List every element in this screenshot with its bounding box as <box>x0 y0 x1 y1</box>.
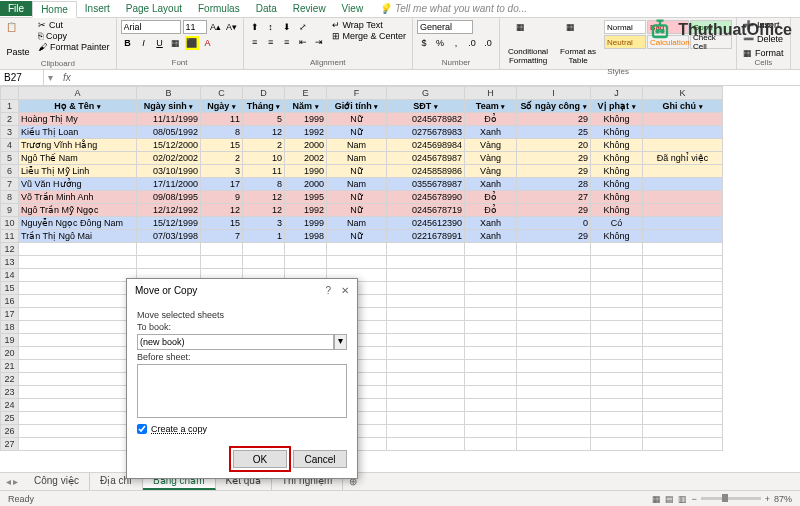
number-format-select[interactable] <box>417 20 473 34</box>
cell[interactable]: Đỏ <box>465 191 517 204</box>
cell[interactable]: 7 <box>201 230 243 243</box>
cell[interactable]: Không <box>591 152 643 165</box>
header-cell[interactable]: Năm ▾ <box>285 100 327 113</box>
cell[interactable] <box>643 347 723 360</box>
cell[interactable]: Ngô Thế Nam <box>19 152 137 165</box>
cell[interactable] <box>643 139 723 152</box>
cell[interactable]: 0245612390 <box>387 217 465 230</box>
cell[interactable]: Nữ <box>327 165 387 178</box>
row-header-1[interactable]: 1 <box>1 100 19 113</box>
cell[interactable]: 15/12/2000 <box>137 139 201 152</box>
header-cell[interactable]: Vị phạt ▾ <box>591 100 643 113</box>
row-header-20[interactable]: 20 <box>1 347 19 360</box>
cell[interactable]: 03/10/1990 <box>137 165 201 178</box>
cell[interactable]: 11/11/1999 <box>137 113 201 126</box>
cell[interactable]: 12 <box>201 204 243 217</box>
row-header-14[interactable]: 14 <box>1 269 19 282</box>
cell[interactable]: 17/11/2000 <box>137 178 201 191</box>
cell[interactable]: 08/05/1992 <box>137 126 201 139</box>
cell[interactable]: 0245678982 <box>387 113 465 126</box>
cell[interactable] <box>591 425 643 438</box>
create-copy-input[interactable] <box>137 424 147 434</box>
cell[interactable] <box>643 165 723 178</box>
cell[interactable]: 20 <box>517 139 591 152</box>
cell[interactable] <box>19 412 137 425</box>
filter-icon[interactable]: ▾ <box>374 103 378 110</box>
row-header-9[interactable]: 9 <box>1 204 19 217</box>
indent-inc-button[interactable]: ⇥ <box>312 35 326 49</box>
cell[interactable] <box>387 373 465 386</box>
indent-dec-button[interactable]: ⇤ <box>296 35 310 49</box>
row-header-17[interactable]: 17 <box>1 308 19 321</box>
select-all-corner[interactable] <box>1 87 19 100</box>
cell[interactable] <box>19 425 137 438</box>
ok-button[interactable]: OK <box>233 450 287 468</box>
cell[interactable] <box>517 282 591 295</box>
cell[interactable]: 3 <box>243 217 285 230</box>
tab-data[interactable]: Data <box>248 1 285 16</box>
cell[interactable]: Nam <box>327 217 387 230</box>
filter-icon[interactable]: ▾ <box>434 103 438 110</box>
cell[interactable] <box>643 113 723 126</box>
cell[interactable] <box>591 295 643 308</box>
filter-icon[interactable]: ▾ <box>632 103 636 110</box>
cell[interactable]: Trương Vĩnh Hằng <box>19 139 137 152</box>
cell[interactable] <box>643 295 723 308</box>
cell[interactable] <box>643 126 723 139</box>
filter-icon[interactable]: ▾ <box>315 103 319 110</box>
namebox-dropdown-icon[interactable]: ▾ <box>44 72 57 83</box>
cell[interactable] <box>387 269 465 282</box>
tab-pagelayout[interactable]: Page Layout <box>118 1 190 16</box>
cell[interactable] <box>643 308 723 321</box>
cell[interactable]: 12 <box>243 204 285 217</box>
row-header-12[interactable]: 12 <box>1 243 19 256</box>
cell[interactable]: 09/08/1995 <box>137 191 201 204</box>
format-painter-button[interactable]: 🖌Format Painter <box>36 42 112 52</box>
conditional-formatting-button[interactable]: ▦Conditional Formatting <box>504 20 552 67</box>
cell[interactable] <box>19 438 137 451</box>
sheet-tab[interactable]: Công việc <box>24 473 90 490</box>
cell[interactable]: 1 <box>243 230 285 243</box>
cell[interactable] <box>643 386 723 399</box>
cell[interactable]: 1992 <box>285 126 327 139</box>
header-cell[interactable]: Ngày sinh ▾ <box>137 100 201 113</box>
cell[interactable] <box>517 256 591 269</box>
merge-center-button[interactable]: ⊞Merge & Center <box>330 31 409 41</box>
zoom-in-button[interactable]: + <box>765 494 770 504</box>
cell[interactable]: Liễu Thị Mỹ Linh <box>19 165 137 178</box>
cell[interactable]: 8 <box>243 178 285 191</box>
decrease-font-button[interactable]: A▾ <box>225 20 239 34</box>
cell[interactable]: Võ Trần Minh Anh <box>19 191 137 204</box>
cell[interactable]: 29 <box>517 204 591 217</box>
dec-decimal-button[interactable]: .0 <box>481 36 495 50</box>
align-right-button[interactable]: ≡ <box>280 35 294 49</box>
cell[interactable] <box>19 321 137 334</box>
cell[interactable]: 0245858986 <box>387 165 465 178</box>
cell[interactable] <box>387 360 465 373</box>
cell[interactable]: Không <box>591 191 643 204</box>
cell[interactable]: 1999 <box>285 113 327 126</box>
view-normal-icon[interactable]: ▦ <box>652 494 661 504</box>
cell[interactable] <box>387 347 465 360</box>
cell[interactable] <box>517 308 591 321</box>
cell[interactable]: Nam <box>327 139 387 152</box>
row-header-5[interactable]: 5 <box>1 152 19 165</box>
bold-button[interactable]: B <box>121 36 135 50</box>
cell[interactable] <box>517 321 591 334</box>
cell[interactable] <box>19 269 137 282</box>
italic-button[interactable]: I <box>137 36 151 50</box>
cell[interactable] <box>643 256 723 269</box>
cell[interactable] <box>591 347 643 360</box>
col-header-E[interactable]: E <box>285 87 327 100</box>
header-cell[interactable]: Ngày ▾ <box>201 100 243 113</box>
dropdown-icon[interactable]: ▾ <box>334 334 347 350</box>
align-top-button[interactable]: ⬆ <box>248 20 262 34</box>
cell[interactable] <box>591 321 643 334</box>
view-pagelayout-icon[interactable]: ▤ <box>665 494 674 504</box>
cell[interactable]: 29 <box>517 113 591 126</box>
cell[interactable]: 02/02/2002 <box>137 152 201 165</box>
cell[interactable] <box>19 399 137 412</box>
cell[interactable]: Không <box>591 178 643 191</box>
cell[interactable] <box>517 243 591 256</box>
col-header-D[interactable]: D <box>243 87 285 100</box>
